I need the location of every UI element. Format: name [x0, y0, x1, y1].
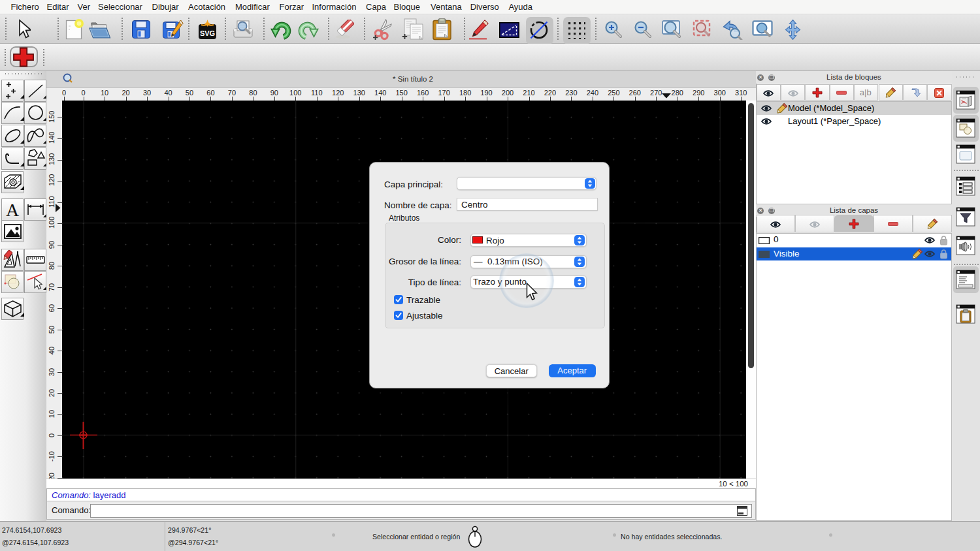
svg-text:A: A	[6, 200, 20, 220]
svg-text:SVG: SVG	[200, 29, 215, 37]
